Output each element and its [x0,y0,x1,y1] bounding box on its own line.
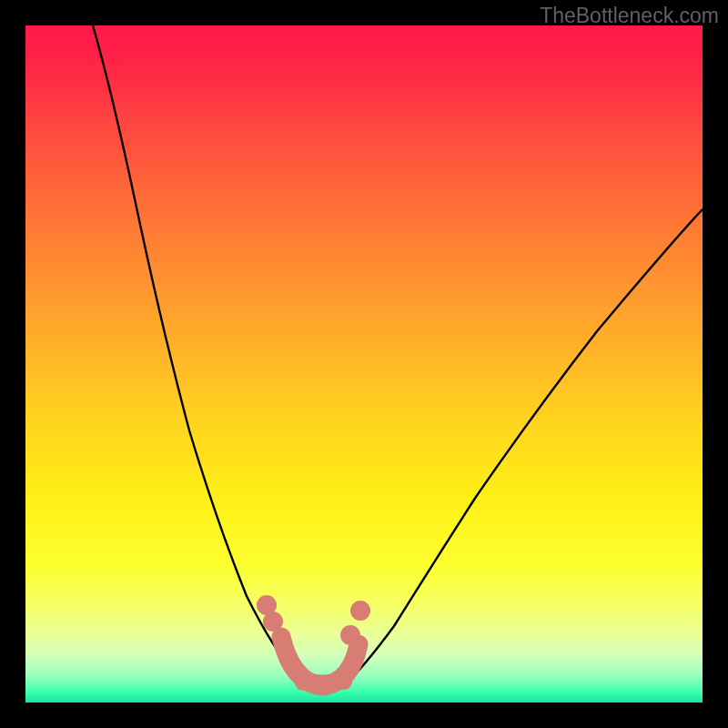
watermark-text: TheBottleneck.com [540,4,719,28]
svg-point-6 [336,673,352,690]
svg-point-4 [295,674,311,691]
svg-point-5 [318,679,334,695]
chart-svg [25,25,703,703]
gradient-background [25,25,703,703]
svg-point-2 [350,601,370,621]
plot-frame [25,25,703,703]
